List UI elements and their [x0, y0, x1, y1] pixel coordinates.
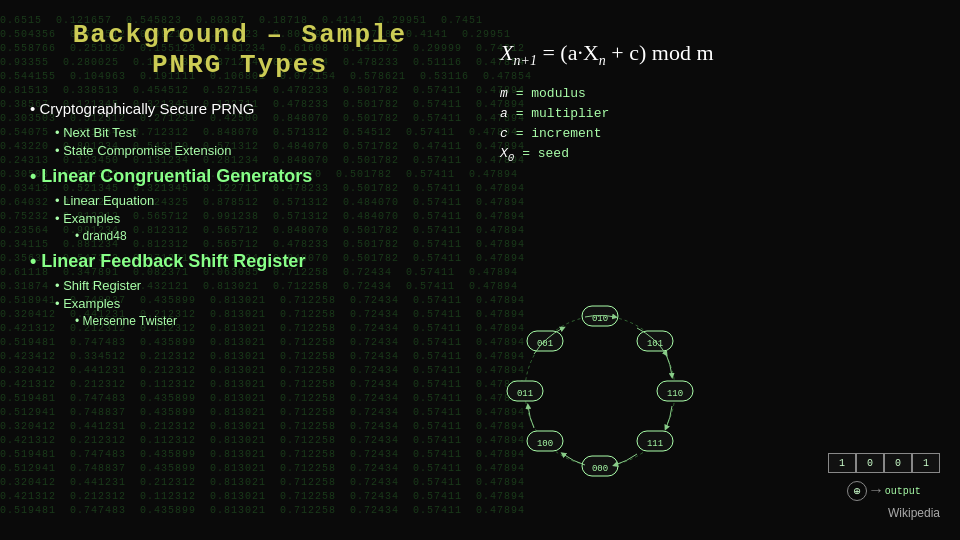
xor-symbol: ⊕	[847, 481, 867, 501]
right-panel: Xn+1 = (a·Xn + c) mod m m = modulus a = …	[480, 0, 960, 540]
lfsr-cell-4: 1	[912, 453, 940, 473]
formula-text: Xn+1 = (a·Xn + c) mod m	[500, 40, 714, 65]
svg-text:100: 100	[537, 439, 553, 449]
section-lcg: Linear Congruential Generators	[30, 166, 450, 187]
section-csprng: Cryptographically Secure PRNG	[30, 100, 450, 117]
circle-diagram: 101 010 001	[500, 286, 700, 501]
formula-box: Xn+1 = (a·Xn + c) mod m	[500, 40, 940, 69]
section-state-compromise: State Compromise Extension	[55, 143, 450, 158]
legend-m: m = modulus	[500, 84, 940, 104]
main-content: Background – Sample PNRG Types Cryptogra…	[0, 0, 960, 540]
lfsr-arrow: →	[871, 482, 881, 500]
page-title: Background – Sample PNRG Types	[30, 20, 450, 80]
legend-a: a = multiplier	[500, 104, 940, 124]
lfsr-output: output	[885, 486, 921, 497]
section-linear-equation: Linear Equation	[55, 193, 450, 208]
section-mersenne: Mersenne Twister	[75, 314, 450, 328]
legend-c: c = increment	[500, 124, 940, 144]
lfsr-row: 1 0 0 1	[828, 453, 940, 473]
section-next-bit-test: Next Bit Test	[55, 125, 450, 140]
legend-box: m = modulus a = multiplier c = increment…	[500, 84, 940, 168]
section-drand48: drand48	[75, 229, 450, 243]
lfsr-diagram: 1 0 0 1 ⊕ → output	[828, 453, 940, 501]
svg-text:011: 011	[517, 389, 533, 399]
wikipedia-label: Wikipedia	[500, 506, 940, 520]
right-bottom: 101 010 001	[500, 183, 940, 501]
lfsr-cell-2: 0	[856, 453, 884, 473]
section-shift-register: Shift Register	[55, 278, 450, 293]
legend-x0: X0 = seed	[500, 144, 940, 168]
section-lfsr: Linear Feedback Shift Register	[30, 251, 450, 272]
svg-text:110: 110	[667, 389, 683, 399]
lfsr-cell-1: 1	[828, 453, 856, 473]
lcg-diagram-svg: 101 010 001	[500, 286, 700, 496]
lfsr-cell-3: 0	[884, 453, 912, 473]
left-panel: Background – Sample PNRG Types Cryptogra…	[0, 0, 480, 540]
section-lfsr-examples: Examples	[55, 296, 450, 311]
section-lcg-examples: Examples	[55, 211, 450, 226]
svg-text:000: 000	[592, 464, 608, 474]
svg-text:111: 111	[647, 439, 663, 449]
